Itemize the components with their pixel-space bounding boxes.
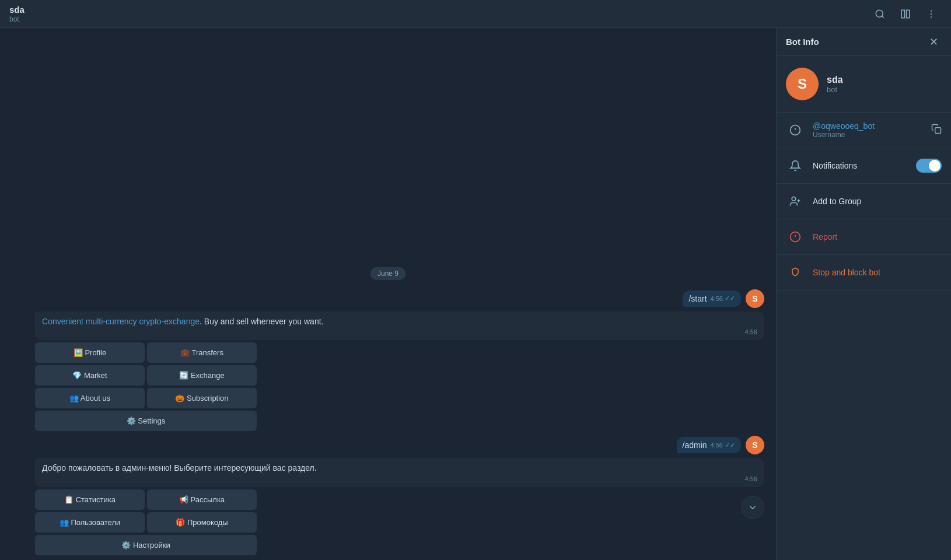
command-text: /start <box>688 294 707 303</box>
bot-message-text: Convenient multi-currency crypto-exchang… <box>42 316 757 328</box>
close-panel-button[interactable]: ✕ <box>925 34 942 50</box>
bot-message-group: Добро пожаловать в админ-меню! Выберите … <box>35 458 764 555</box>
bot-role: bot <box>827 85 843 94</box>
settings-button[interactable]: ⚙️ Settings <box>35 411 257 431</box>
crypto-link[interactable]: Convenient multi-currency crypto-exchang… <box>42 317 200 326</box>
username-value: @oqweooeq_bot <box>813 121 923 131</box>
date-badge: June 9 <box>370 267 405 280</box>
svg-rect-2 <box>901 10 904 18</box>
info-icon <box>786 121 805 139</box>
read-indicator: ✓✓ <box>725 442 735 449</box>
keyboard-row: ⚙️ Settings <box>35 411 257 431</box>
svg-point-4 <box>931 10 932 11</box>
keyboard-row: 💎 Market 🔄 Exchange <box>35 365 257 386</box>
bot-profile: S sda bot <box>777 56 951 113</box>
search-button[interactable] <box>869 4 890 24</box>
report-row[interactable]: Report <box>777 219 951 255</box>
add-to-group-label: Add to Group <box>813 197 861 206</box>
bot-name: sda <box>827 75 843 85</box>
bot-bubble: Добро пожаловать в админ-меню! Выберите … <box>35 458 764 487</box>
more-button[interactable] <box>921 4 942 24</box>
stop-block-label: Stop and block bot <box>813 268 880 277</box>
report-icon <box>786 228 805 246</box>
command-bubble: /start 4:56 ✓✓ <box>683 290 741 307</box>
date-separator: June 9 <box>12 267 764 280</box>
keyboard-row: 📋 Статистика 📢 Рассылка <box>35 489 257 510</box>
app-header: sda bot <box>0 0 951 28</box>
keyboard-row: 🖼️ Profile 💼 Transfers <box>35 342 257 363</box>
notifications-label: Notifications <box>813 161 908 170</box>
svg-point-6 <box>931 16 932 18</box>
bot-avatar-large: S <box>786 68 819 100</box>
chat-title: sda <box>9 5 25 15</box>
read-indicator: ✓✓ <box>725 295 735 302</box>
username-label: Username <box>813 131 923 139</box>
transfers-button[interactable]: 💼 Transfers <box>147 342 257 363</box>
header-actions <box>869 4 942 24</box>
add-group-icon <box>786 192 805 211</box>
notifications-row: Notifications <box>777 148 951 184</box>
copy-username-button[interactable] <box>931 124 942 136</box>
command-message: /admin 4:56 ✓✓ <box>677 437 741 454</box>
message-time: 4:56 ✓✓ <box>711 442 735 449</box>
subscription-button[interactable]: 🎃 Subscription <box>147 388 257 408</box>
bot-keyboard: 🖼️ Profile 💼 Transfers 💎 Market 🔄 Exchan… <box>35 342 257 431</box>
scroll-bottom-button[interactable] <box>741 496 764 519</box>
svg-rect-10 <box>935 128 941 134</box>
notifications-toggle[interactable] <box>916 159 942 173</box>
bot-message-time: 4:56 <box>42 328 757 335</box>
admin-settings-button[interactable]: ⚙️ Настройки <box>35 535 257 555</box>
keyboard-row: 👥 Пользователи 🎁 Промокоды <box>35 512 257 533</box>
svg-point-5 <box>931 13 932 14</box>
username-row[interactable]: @oqweooeq_bot Username <box>777 113 951 148</box>
columns-button[interactable] <box>895 4 916 24</box>
svg-point-11 <box>792 197 796 201</box>
stop-block-row[interactable]: Stop and block bot <box>777 255 951 290</box>
chat-area: June 9 /start 4:56 ✓✓ S <box>0 28 776 560</box>
bot-keyboard-admin: 📋 Статистика 📢 Рассылка 👥 Пользователи 🎁… <box>35 489 257 555</box>
add-to-group-row[interactable]: Add to Group <box>777 184 951 219</box>
svg-point-0 <box>876 10 883 17</box>
chat-subtitle: bot <box>9 15 25 23</box>
bot-bubble: Convenient multi-currency crypto-exchang… <box>35 312 764 341</box>
broadcast-button[interactable]: 📢 Рассылка <box>147 489 257 510</box>
message-group: /admin 4:56 ✓✓ S <box>12 436 764 454</box>
keyboard-row: 👥 About us 🎃 Subscription <box>35 388 257 408</box>
profile-button[interactable]: 🖼️ Profile <box>35 342 145 363</box>
bell-icon <box>786 156 805 175</box>
command-text: /admin <box>683 440 707 450</box>
promocodes-button[interactable]: 🎁 Промокоды <box>147 512 257 533</box>
command-bubble: /admin 4:56 ✓✓ <box>677 437 741 453</box>
header-info: sda bot <box>9 5 25 23</box>
stop-icon <box>786 263 805 282</box>
bot-profile-info: sda bot <box>827 75 843 94</box>
bot-message-group: Convenient multi-currency crypto-exchang… <box>35 312 764 432</box>
username-content: @oqweooeq_bot Username <box>813 121 923 139</box>
keyboard-row: ⚙️ Настройки <box>35 535 257 555</box>
market-button[interactable]: 💎 Market <box>35 365 145 386</box>
user-avatar: S <box>746 436 764 454</box>
message-time: 4:56 ✓✓ <box>711 295 735 302</box>
message-group: /start 4:56 ✓✓ S <box>12 289 764 308</box>
bot-info-title: Bot Info <box>786 37 819 47</box>
bot-info-header: Bot Info ✕ <box>777 28 951 56</box>
main-layout: June 9 /start 4:56 ✓✓ S <box>0 28 951 560</box>
bot-message-time: 4:56 <box>42 475 757 482</box>
user-avatar: S <box>746 289 764 308</box>
users-button[interactable]: 👥 Пользователи <box>35 512 145 533</box>
about-us-button[interactable]: 👥 About us <box>35 388 145 408</box>
bot-message-text: Добро пожаловать в админ-меню! Выберите … <box>42 463 757 474</box>
svg-line-1 <box>882 16 883 18</box>
bot-info-panel: Bot Info ✕ S sda bot @oqweooeq_bot Usern… <box>776 28 951 560</box>
messages-container: June 9 /start 4:56 ✓✓ S <box>0 28 776 560</box>
report-label: Report <box>813 232 837 242</box>
svg-rect-3 <box>907 10 910 18</box>
exchange-button[interactable]: 🔄 Exchange <box>147 365 257 386</box>
stats-button[interactable]: 📋 Статистика <box>35 489 145 510</box>
toggle-knob <box>929 160 940 172</box>
command-message: /start 4:56 ✓✓ <box>683 290 741 308</box>
